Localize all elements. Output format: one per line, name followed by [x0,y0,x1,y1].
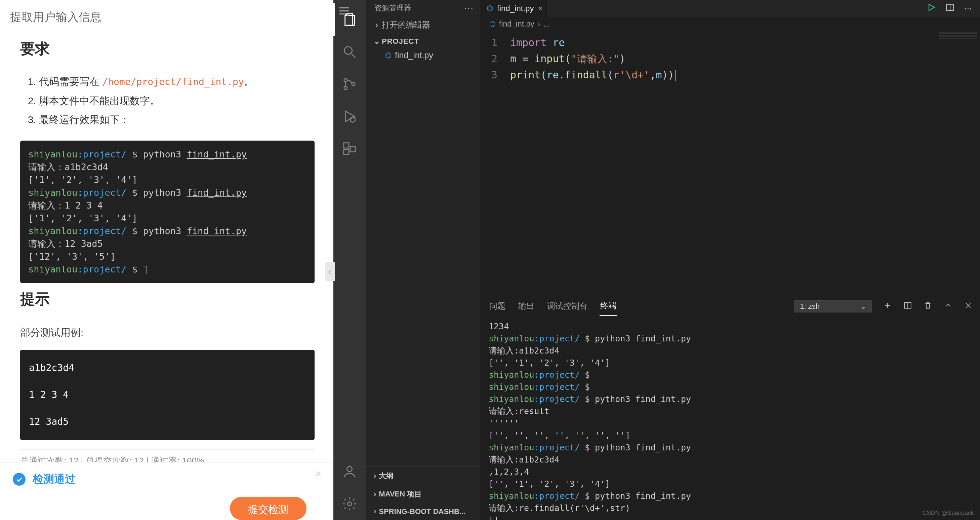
svg-point-2 [344,79,347,82]
panel-tab-1[interactable]: 输出 [517,297,535,316]
maven-section[interactable]: ›MAVEN 项目 [366,485,480,503]
svg-rect-9 [350,147,355,152]
svg-point-4 [352,82,355,86]
check-icon [13,473,25,486]
git-icon[interactable] [333,68,366,100]
springboot-section[interactable]: ›SPRING-BOOT DASHB... [366,503,480,520]
requirement-item: 代码需要写在 /home/project/find_int.py。 [39,72,315,91]
close-tab-icon[interactable]: × [538,4,542,13]
panel-tabs: 问题输出调试控制台终端 1: zsh ⌄ [480,295,980,316]
files-icon[interactable] [333,3,366,36]
tab-find-int-py[interactable]: ⌬ find_int.py × [480,0,547,17]
bottom-panel: 问题输出调试控制台终端 1: zsh ⌄ 1234 shiyanlou:proj… [480,295,980,520]
gear-icon[interactable] [333,488,366,520]
close-icon[interactable]: × [315,468,321,479]
svg-line-1 [352,54,356,58]
more-icon[interactable]: ··· [964,3,972,14]
collapse-handle[interactable]: ‹ [325,262,335,281]
close-panel-icon[interactable] [964,301,973,312]
sidebar-explorer: 资源管理器 ··· ›打开的编辑器 ⌄PROJECT ⌬find_int.py … [366,0,480,520]
file-find-int-py[interactable]: ⌬find_int.py [366,49,480,62]
watermark: CSDN @Spaceack [923,510,974,517]
submit-button[interactable]: 提交检测 [230,497,307,520]
panel-tab-0[interactable]: 问题 [488,297,506,316]
search-icon[interactable] [333,36,366,68]
chevron-down-icon: ⌄ [860,302,866,311]
svg-rect-7 [344,143,349,148]
extensions-icon[interactable] [333,132,366,165]
testcase-label: 部分测试用例: [20,326,315,340]
requirements-list: 代码需要写在 /home/project/find_int.py。脚本文件中不能… [39,72,315,129]
vscode-editor: 资源管理器 ··· ›打开的编辑器 ⌄PROJECT ⌬find_int.py … [333,0,980,520]
python-icon: ⌬ [489,20,496,29]
testcase-box: a1b2c3d4 1 2 3 4 12 3ad5 [20,350,315,440]
terminal-selector[interactable]: 1: zsh ⌄ [794,300,872,313]
debug-icon[interactable] [333,100,366,132]
pass-text: 检测通过 [33,473,76,485]
chevron-up-icon[interactable] [944,301,953,312]
split-editor-icon[interactable] [945,3,955,14]
svg-point-11 [347,502,352,506]
outline-section[interactable]: ›大纲 [366,467,480,485]
python-icon: ⌬ [385,51,391,60]
account-icon[interactable] [333,455,366,488]
more-icon[interactable]: ··· [464,3,474,13]
terminal-output[interactable]: 1234 shiyanlou:project/ $ python3 find_i… [480,316,980,520]
breadcrumb[interactable]: ⌬ find_int.py › ... [480,17,980,31]
open-editors-section[interactable]: ›打开的编辑器 [366,16,480,33]
python-icon: ⌬ [487,4,493,13]
instructions-panel: 提取用户输入信息 要求 代码需要写在 /home/project/find_in… [0,0,333,520]
svg-point-0 [344,47,352,54]
code-editor[interactable]: 123 import rem = input("请输入:")print(re.f… [480,31,980,295]
requirements-heading: 要求 [20,39,315,59]
split-terminal-icon[interactable] [904,301,912,312]
example-terminal: shiyanlou:project/ $ python3 find_int.py… [20,140,315,283]
run-icon[interactable] [927,3,936,14]
trash-icon[interactable] [924,301,932,312]
stats-text: 总通过次数: 12 | 总提交次数: 12 | 通过率: 100% [20,449,315,462]
requirement-item: 脚本文件中不能出现数字。 [39,91,315,110]
minimap[interactable] [936,31,980,295]
page-title: 提取用户输入信息 [0,0,333,33]
pass-banner: 检测通过 × [0,462,333,487]
svg-rect-8 [344,149,349,155]
panel-tab-3[interactable]: 终端 [600,297,617,316]
svg-point-10 [347,467,352,472]
editor-tabs: ⌬ find_int.py × ··· [480,0,980,17]
panel-tab-2[interactable]: 调试控制台 [546,297,588,316]
activity-bar [333,0,366,520]
explorer-title: 资源管理器 [374,3,411,13]
requirement-item: 最终运行效果如下： [39,110,315,129]
project-section[interactable]: ⌄PROJECT [366,33,480,49]
new-terminal-icon[interactable] [883,301,892,312]
svg-marker-12 [929,4,934,10]
svg-point-3 [344,86,347,90]
hint-heading: 提示 [20,289,315,309]
